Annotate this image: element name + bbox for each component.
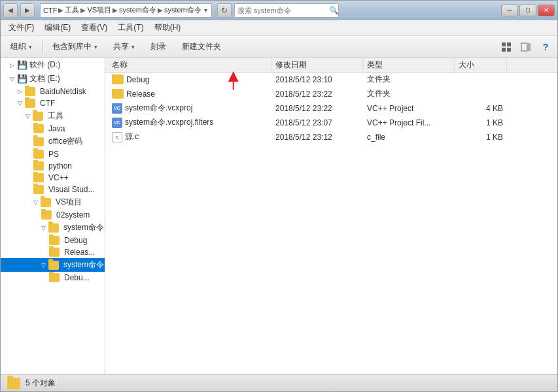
file-size-4: 1 KB (455, 133, 507, 142)
expand-icon: ▷ (10, 62, 15, 69)
include-label: 包含到库中 (52, 41, 92, 52)
sidebar-item-tools[interactable]: ▽ 工具 (1, 109, 105, 123)
menu-help[interactable]: 帮助(H) (149, 21, 186, 35)
burn-label: 刻录 (150, 41, 166, 52)
filters-icon: VC (112, 118, 122, 128)
sidebar-item-debug1[interactable]: Debug (1, 235, 105, 246)
col-header-name[interactable]: 名称 (108, 58, 271, 72)
share-button[interactable]: 共享 ▾ (106, 39, 142, 56)
sidebar-item-baidu[interactable]: ▷ BaiduNetdisk (1, 86, 105, 97)
sidebar-item-vsproj[interactable]: ▽ VS项目 (1, 195, 105, 209)
address-bar[interactable]: CTF ▶ 工具 ▶ VS项目 ▶ system命令 ▶ system命令 ▾ (40, 3, 212, 18)
folder-vcpp-icon (33, 173, 44, 182)
folder-vs-icon (33, 185, 44, 194)
file-type-1: 文件夹 (363, 88, 455, 99)
back-icon: ◀ (8, 7, 13, 14)
close-button[interactable]: ✕ (538, 5, 555, 16)
folder-java-icon (33, 124, 44, 133)
include-library-button[interactable]: 包含到库中 ▾ (45, 39, 105, 56)
preview-pane-button[interactable] (517, 39, 535, 56)
folder-tools-icon (33, 112, 43, 121)
maximize-icon: □ (526, 7, 530, 14)
folder-icon (112, 74, 124, 84)
sidebar-item-ps[interactable]: PS (1, 148, 105, 160)
sidebar-item-python[interactable]: python (1, 160, 105, 172)
file-name-3: system命令.vcxproj.filters (125, 117, 213, 128)
file-date-2: 2018/5/12 23:22 (271, 104, 363, 113)
table-row[interactable]: c 源.c 2018/5/12 23:12 c_file 1 KB (105, 130, 557, 144)
sidebar-label-baidu: BaiduNetdisk (37, 87, 86, 96)
table-row[interactable]: Release 2018/5/12 23:22 文件夹 (105, 87, 557, 101)
col-header-type[interactable]: 类型 (363, 58, 455, 72)
search-input[interactable] (237, 7, 328, 14)
folder-office-icon (33, 137, 44, 146)
back-button[interactable]: ◀ (3, 3, 18, 18)
table-row[interactable]: Debug 2018/5/12 23:10 文件夹 (105, 73, 557, 87)
svg-rect-5 (528, 43, 531, 51)
sidebar-item-ctf[interactable]: ▽ CTF (1, 97, 105, 109)
menu-file[interactable]: 文件(F) (3, 21, 39, 35)
menu-tools[interactable]: 工具(T) (113, 21, 148, 35)
svg-rect-0 (502, 42, 506, 46)
organize-button[interactable]: 组织 ▾ (3, 39, 39, 56)
file-name-2: system命令.vcxproj (125, 103, 192, 114)
path-arrow-1: ▶ (80, 7, 86, 14)
menu-edit[interactable]: 编辑(E) (39, 21, 76, 35)
col-header-size[interactable]: 大小 (455, 58, 507, 72)
table-row[interactable]: VC system命令.vcxproj.filters 2018/5/12 23… (105, 116, 557, 130)
file-name-4: 源.c (125, 131, 139, 142)
sidebar-item-drive-d[interactable]: ▷ 💾 软件 (D:) (1, 58, 105, 72)
address-path: CTF ▶ 工具 ▶ VS项目 ▶ system命令 ▶ system命令 (43, 5, 201, 15)
help-button[interactable]: ? (536, 39, 555, 56)
folder-ctf-icon (25, 99, 35, 108)
preview-icon (521, 42, 531, 52)
maximize-button[interactable]: □ (519, 5, 536, 16)
folder-vsproj-icon (41, 198, 51, 207)
path-dropdown-arrow[interactable]: ▾ (204, 7, 207, 14)
burn-button[interactable]: 刻录 (143, 39, 173, 56)
view-toggle-button[interactable] (497, 39, 515, 56)
sidebar-label-tools: 工具 (45, 110, 63, 122)
view-icon (501, 42, 512, 52)
sidebar-item-drive-e[interactable]: ▽ 💾 文档 (E:) (1, 72, 105, 86)
expand-icon-tools: ▽ (26, 113, 31, 120)
share-arrow: ▾ (131, 44, 135, 50)
sidebar-label-java: Java (46, 124, 65, 133)
refresh-button[interactable]: ↻ (217, 3, 232, 18)
minimize-button[interactable]: ─ (501, 5, 518, 16)
sidebar-item-debu2[interactable]: Debu... (1, 272, 105, 284)
col-header-date[interactable]: 修改日期 (271, 58, 363, 72)
forward-button[interactable]: ▶ (20, 3, 35, 18)
search-icon[interactable]: 🔍 (329, 6, 339, 15)
folder-debug1-icon (49, 236, 60, 245)
sidebar-item-vs[interactable]: Visual Stud... (1, 184, 105, 195)
drive-d-icon: 💾 (17, 61, 27, 70)
new-folder-label: 新建文件夹 (182, 41, 221, 52)
svg-rect-1 (507, 42, 511, 46)
sidebar-item-java[interactable]: Java (1, 123, 105, 135)
sidebar-item-vcpp[interactable]: VC++ (1, 172, 105, 184)
sidebar-label-python: python (46, 161, 72, 171)
drive-e-icon: 💾 (17, 74, 27, 84)
sidebar-item-office[interactable]: office密码 (1, 135, 105, 148)
search-bar[interactable]: 🔍 (234, 3, 339, 18)
table-row[interactable]: VC system命令.vcxproj 2018/5/12 23:22 VC++… (105, 101, 557, 116)
sidebar-item-releas1[interactable]: Releas... (1, 246, 105, 258)
folder-icon-1 (112, 89, 124, 99)
menu-bar: 文件(F) 编辑(E) 查看(V) 工具(T) 帮助(H) (1, 20, 557, 36)
sidebar-label-ps: PS (46, 150, 59, 159)
sidebar-label-drive-d: 软件 (D:) (29, 59, 60, 71)
title-bar-left: ◀ ▶ CTF ▶ 工具 ▶ VS项目 ▶ system命令 ▶ system命… (3, 3, 339, 18)
new-folder-button[interactable]: 新建文件夹 (175, 39, 228, 56)
svg-rect-3 (507, 48, 511, 52)
path-segment-0: CTF (43, 7, 57, 14)
sidebar-item-syscmd2[interactable]: ▽ system命令 (1, 258, 105, 272)
sidebar-label-vsproj: VS项目 (53, 197, 82, 208)
folder-syscmd2-icon (48, 261, 59, 270)
menu-view[interactable]: 查看(V) (76, 21, 113, 35)
folder-python-icon (33, 161, 44, 171)
sidebar-label-ctf: CTF (37, 99, 55, 108)
sidebar-item-02system[interactable]: 02system (1, 209, 105, 221)
file-size-2: 4 KB (455, 104, 507, 113)
sidebar-item-syscmd[interactable]: ▽ system命令 (1, 221, 105, 235)
